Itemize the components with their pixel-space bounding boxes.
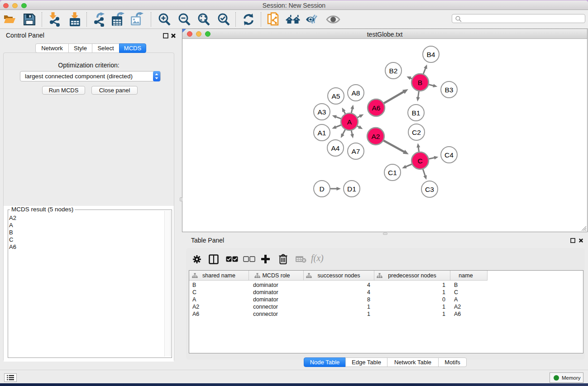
- svg-text:B1: B1: [412, 109, 421, 117]
- svg-text:A6: A6: [372, 104, 381, 112]
- svg-text:A8: A8: [352, 89, 360, 97]
- svg-text:A4: A4: [331, 144, 340, 152]
- svg-text:A: A: [347, 118, 352, 126]
- svg-text:A3: A3: [318, 108, 326, 116]
- svg-text:D: D: [319, 185, 324, 193]
- svg-text:C2: C2: [412, 129, 421, 136]
- svg-text:B: B: [418, 79, 422, 86]
- svg-text:C1: C1: [388, 169, 397, 176]
- svg-text:A7: A7: [352, 148, 360, 155]
- svg-text:C4: C4: [445, 151, 454, 159]
- svg-text:A2: A2: [372, 133, 380, 140]
- svg-text:B2: B2: [389, 67, 398, 75]
- svg-text:C3: C3: [425, 186, 434, 193]
- svg-text:B3: B3: [445, 86, 454, 94]
- svg-text:B4: B4: [427, 51, 435, 58]
- svg-text:C: C: [417, 157, 422, 165]
- svg-text:A5: A5: [332, 92, 340, 100]
- svg-text:D1: D1: [347, 185, 356, 193]
- svg-text:A1: A1: [318, 129, 326, 137]
